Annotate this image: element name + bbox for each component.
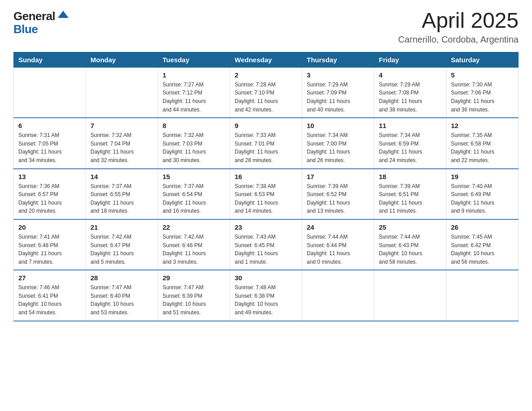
calendar-cell — [446, 270, 519, 321]
day-info: Sunrise: 7:45 AM Sunset: 6:42 PM Dayligh… — [451, 233, 514, 266]
day-info: Sunrise: 7:28 AM Sunset: 7:10 PM Dayligh… — [235, 81, 297, 114]
calendar-week-row: 13Sunrise: 7:36 AM Sunset: 6:57 PM Dayli… — [14, 169, 519, 219]
day-header-monday: Monday — [86, 52, 158, 67]
day-header-sunday: Sunday — [14, 52, 86, 67]
day-number: 18 — [379, 173, 442, 180]
month-title: April 2025 — [398, 9, 519, 33]
day-number: 3 — [307, 71, 369, 79]
day-number: 22 — [163, 223, 225, 231]
calendar-week-row: 27Sunrise: 7:46 AM Sunset: 6:41 PM Dayli… — [14, 270, 519, 321]
day-number: 10 — [307, 122, 369, 129]
day-number: 8 — [163, 122, 225, 129]
calendar-cell: 7Sunrise: 7:32 AM Sunset: 7:04 PM Daylig… — [86, 118, 158, 168]
calendar-cell: 12Sunrise: 7:35 AM Sunset: 6:58 PM Dayli… — [446, 118, 519, 168]
logo-icon — [56, 9, 70, 23]
location: Carnerillo, Cordoba, Argentina — [398, 34, 519, 45]
day-header-thursday: Thursday — [302, 52, 374, 67]
day-number: 20 — [18, 223, 81, 231]
day-number: 28 — [90, 274, 153, 282]
calendar-cell — [86, 67, 158, 118]
calendar-cell: 29Sunrise: 7:47 AM Sunset: 6:39 PM Dayli… — [158, 270, 230, 321]
day-info: Sunrise: 7:47 AM Sunset: 6:40 PM Dayligh… — [90, 283, 153, 317]
calendar-table: SundayMondayTuesdayWednesdayThursdayFrid… — [13, 52, 519, 321]
calendar-week-row: 6Sunrise: 7:31 AM Sunset: 7:05 PM Daylig… — [14, 118, 519, 168]
calendar-cell: 18Sunrise: 7:39 AM Sunset: 6:51 PM Dayli… — [374, 169, 446, 219]
day-info: Sunrise: 7:42 AM Sunset: 6:47 PM Dayligh… — [90, 233, 153, 266]
day-info: Sunrise: 7:27 AM Sunset: 7:12 PM Dayligh… — [163, 81, 225, 114]
day-number: 13 — [18, 173, 81, 180]
day-header-tuesday: Tuesday — [158, 52, 230, 67]
day-info: Sunrise: 7:38 AM Sunset: 6:53 PM Dayligh… — [235, 182, 297, 215]
day-info: Sunrise: 7:34 AM Sunset: 7:00 PM Dayligh… — [307, 131, 369, 164]
day-info: Sunrise: 7:48 AM Sunset: 6:38 PM Dayligh… — [235, 283, 297, 317]
day-info: Sunrise: 7:37 AM Sunset: 6:55 PM Dayligh… — [90, 182, 153, 215]
calendar-cell: 21Sunrise: 7:42 AM Sunset: 6:47 PM Dayli… — [86, 219, 158, 270]
day-info: Sunrise: 7:37 AM Sunset: 6:54 PM Dayligh… — [163, 182, 225, 215]
calendar-cell: 14Sunrise: 7:37 AM Sunset: 6:55 PM Dayli… — [86, 169, 158, 219]
day-info: Sunrise: 7:40 AM Sunset: 6:49 PM Dayligh… — [451, 182, 514, 215]
day-info: Sunrise: 7:33 AM Sunset: 7:01 PM Dayligh… — [235, 131, 297, 164]
day-number: 16 — [235, 173, 297, 180]
day-info: Sunrise: 7:44 AM Sunset: 6:44 PM Dayligh… — [307, 233, 369, 266]
day-number: 14 — [90, 173, 153, 180]
calendar-cell: 9Sunrise: 7:33 AM Sunset: 7:01 PM Daylig… — [230, 118, 302, 168]
calendar-cell: 1Sunrise: 7:27 AM Sunset: 7:12 PM Daylig… — [158, 67, 230, 118]
day-info: Sunrise: 7:41 AM Sunset: 6:48 PM Dayligh… — [18, 233, 81, 266]
calendar-cell: 24Sunrise: 7:44 AM Sunset: 6:44 PM Dayli… — [302, 219, 374, 270]
day-info: Sunrise: 7:31 AM Sunset: 7:05 PM Dayligh… — [18, 131, 81, 164]
calendar-cell: 3Sunrise: 7:29 AM Sunset: 7:09 PM Daylig… — [302, 67, 374, 118]
calendar-cell: 4Sunrise: 7:29 AM Sunset: 7:08 PM Daylig… — [374, 67, 446, 118]
day-number: 4 — [379, 71, 442, 79]
day-number: 27 — [18, 274, 81, 282]
logo: General Blue — [13, 9, 70, 35]
day-header-wednesday: Wednesday — [230, 52, 302, 67]
calendar-week-row: 1Sunrise: 7:27 AM Sunset: 7:12 PM Daylig… — [14, 67, 519, 118]
day-number: 24 — [307, 223, 369, 231]
day-number: 23 — [235, 223, 297, 231]
day-number: 21 — [90, 223, 153, 231]
day-number: 29 — [163, 274, 225, 282]
day-number: 15 — [163, 173, 225, 180]
day-number: 12 — [451, 122, 514, 129]
calendar-week-row: 20Sunrise: 7:41 AM Sunset: 6:48 PM Dayli… — [14, 219, 519, 270]
day-info: Sunrise: 7:47 AM Sunset: 6:39 PM Dayligh… — [163, 283, 225, 317]
logo-text-general: General — [13, 10, 55, 22]
calendar-cell: 26Sunrise: 7:45 AM Sunset: 6:42 PM Dayli… — [446, 219, 519, 270]
day-info: Sunrise: 7:46 AM Sunset: 6:41 PM Dayligh… — [18, 283, 81, 317]
calendar-header-row: SundayMondayTuesdayWednesdayThursdayFrid… — [14, 52, 519, 67]
title-block: April 2025 Carnerillo, Cordoba, Argentin… — [398, 9, 519, 45]
day-info: Sunrise: 7:30 AM Sunset: 7:06 PM Dayligh… — [451, 81, 514, 114]
calendar-cell: 2Sunrise: 7:28 AM Sunset: 7:10 PM Daylig… — [230, 67, 302, 118]
day-number: 5 — [451, 71, 514, 79]
day-info: Sunrise: 7:39 AM Sunset: 6:52 PM Dayligh… — [307, 182, 369, 215]
day-number: 17 — [307, 173, 369, 180]
calendar-cell: 16Sunrise: 7:38 AM Sunset: 6:53 PM Dayli… — [230, 169, 302, 219]
calendar-cell: 20Sunrise: 7:41 AM Sunset: 6:48 PM Dayli… — [14, 219, 86, 270]
calendar-cell: 10Sunrise: 7:34 AM Sunset: 7:00 PM Dayli… — [302, 118, 374, 168]
calendar-cell: 19Sunrise: 7:40 AM Sunset: 6:49 PM Dayli… — [446, 169, 519, 219]
day-number: 7 — [90, 122, 153, 129]
logo-text-blue: Blue — [13, 23, 38, 35]
calendar-cell: 22Sunrise: 7:42 AM Sunset: 6:46 PM Dayli… — [158, 219, 230, 270]
calendar-cell: 6Sunrise: 7:31 AM Sunset: 7:05 PM Daylig… — [14, 118, 86, 168]
day-info: Sunrise: 7:43 AM Sunset: 6:45 PM Dayligh… — [235, 233, 297, 266]
day-number: 11 — [379, 122, 442, 129]
page-header: General Blue April 2025 Carnerillo, Cord… — [13, 9, 519, 45]
calendar-cell: 23Sunrise: 7:43 AM Sunset: 6:45 PM Dayli… — [230, 219, 302, 270]
calendar-cell: 27Sunrise: 7:46 AM Sunset: 6:41 PM Dayli… — [14, 270, 86, 321]
day-info: Sunrise: 7:32 AM Sunset: 7:04 PM Dayligh… — [90, 131, 153, 164]
day-info: Sunrise: 7:35 AM Sunset: 6:58 PM Dayligh… — [451, 131, 514, 164]
calendar-cell: 13Sunrise: 7:36 AM Sunset: 6:57 PM Dayli… — [14, 169, 86, 219]
day-info: Sunrise: 7:34 AM Sunset: 6:59 PM Dayligh… — [379, 131, 442, 164]
day-header-saturday: Saturday — [446, 52, 519, 67]
day-number: 25 — [379, 223, 442, 231]
calendar-cell: 15Sunrise: 7:37 AM Sunset: 6:54 PM Dayli… — [158, 169, 230, 219]
day-number: 1 — [163, 71, 225, 79]
calendar-cell: 28Sunrise: 7:47 AM Sunset: 6:40 PM Dayli… — [86, 270, 158, 321]
svg-marker-0 — [58, 11, 69, 18]
calendar-cell: 30Sunrise: 7:48 AM Sunset: 6:38 PM Dayli… — [230, 270, 302, 321]
day-number: 30 — [235, 274, 297, 282]
day-info: Sunrise: 7:39 AM Sunset: 6:51 PM Dayligh… — [379, 182, 442, 215]
day-info: Sunrise: 7:29 AM Sunset: 7:08 PM Dayligh… — [379, 81, 442, 114]
day-info: Sunrise: 7:42 AM Sunset: 6:46 PM Dayligh… — [163, 233, 225, 266]
